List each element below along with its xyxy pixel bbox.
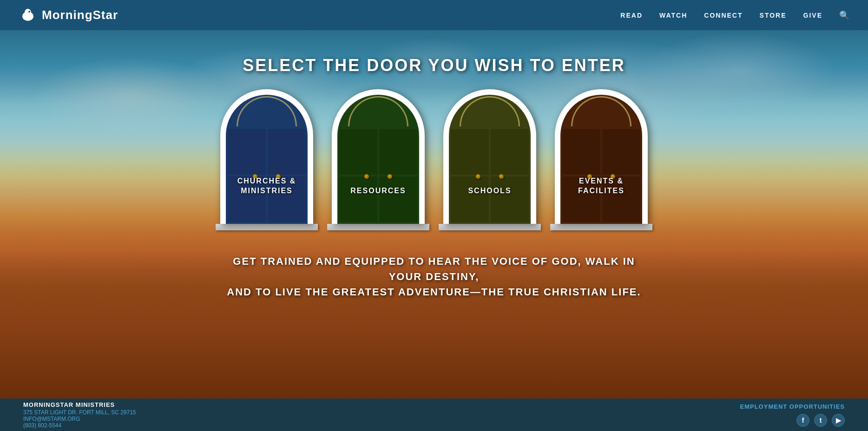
footer-email[interactable]: INFO@MSTARM.ORG (23, 416, 136, 422)
door-knobs-resources (337, 174, 419, 179)
door-events[interactable]: EVENTS & FACILITES (550, 89, 652, 230)
footer-left: MORNINGSTAR MINISTRIES 375 STAR LIGHT DR… (23, 401, 136, 429)
logo-area[interactable]: MorningStar (19, 6, 118, 25)
door-panel (228, 129, 266, 175)
door-arch-resources: RESOURCES (332, 89, 425, 224)
door-knob (499, 174, 504, 179)
nav-give[interactable]: GIVE (803, 12, 822, 19)
youtube-icon[interactable]: ▶ (832, 414, 845, 427)
door-knob (388, 174, 392, 179)
door-base-events (550, 224, 652, 230)
door-churches[interactable]: CHURCHES & MINISTRIES (216, 89, 318, 230)
search-icon[interactable]: 🔍 (839, 10, 849, 20)
door-knobs-schools (449, 174, 531, 179)
logo-text: MorningStar (42, 8, 118, 22)
fanlight-inner-resources (348, 96, 408, 126)
door-panel (379, 176, 417, 222)
door-schools[interactable]: SCHOOLS (439, 89, 541, 230)
doors-area: CHURCHES & MINISTRIES (216, 89, 652, 230)
page-heading: SELECT THE DOOR YOU WISH TO ENTER (243, 56, 625, 75)
nav-watch[interactable]: WATCH (659, 12, 687, 19)
door-arch-schools: SCHOOLS (443, 89, 536, 224)
door-label-schools: SCHOOLS (443, 186, 536, 196)
door-fanlight-events (560, 95, 642, 127)
footer-org-name: MORNINGSTAR MINISTRIES (23, 401, 136, 408)
door-base-churches (216, 224, 318, 230)
employment-link[interactable]: EMPLOYMENT OPPORTUNITIES (740, 403, 845, 410)
nav-read[interactable]: READ (620, 12, 643, 19)
footer-address: 375 STAR LIGHT DR. FORT MILL, SC 29715 (23, 409, 136, 416)
door-fanlight-churches (226, 95, 308, 127)
footer-phone: (803) 802-5544 (23, 422, 136, 429)
door-inner-events (560, 95, 642, 224)
navigation: READ WATCH CONNECT STORE GIVE 🔍 (620, 10, 849, 20)
door-resources[interactable]: RESOURCES (327, 89, 429, 230)
door-knob (476, 174, 480, 179)
door-inner-schools (449, 95, 531, 224)
door-knob (364, 174, 369, 179)
door-panel (451, 176, 489, 222)
fanlight-inner-churches (237, 96, 297, 126)
door-inner-churches (226, 95, 308, 224)
door-label-resources: RESOURCES (332, 186, 425, 196)
door-arch-churches: CHURCHES & MINISTRIES (220, 89, 313, 224)
tagline: GET TRAINED AND EQUIPPED TO HEAR THE VOI… (225, 254, 643, 300)
door-base-resources (327, 224, 429, 230)
facebook-icon[interactable]: f (796, 414, 809, 427)
door-panel (602, 129, 640, 175)
main-content: SELECT THE DOOR YOU WISH TO ENTER (0, 30, 868, 398)
fanlight-inner-events (571, 96, 631, 126)
door-label-churches: CHURCHES & MINISTRIES (220, 176, 313, 196)
door-panel (562, 129, 600, 175)
door-panel (379, 129, 417, 175)
door-panel (268, 129, 306, 175)
door-fanlight-resources (337, 95, 419, 127)
header: MorningStar READ WATCH CONNECT STORE GIV… (0, 0, 868, 30)
nav-connect[interactable]: CONNECT (704, 12, 743, 19)
footer: MORNINGSTAR MINISTRIES 375 STAR LIGHT DR… (0, 398, 868, 431)
door-fanlight-schools (449, 95, 531, 127)
tagline-line1: GET TRAINED AND EQUIPPED TO HEAR THE VOI… (225, 254, 643, 284)
door-panel (491, 129, 529, 175)
tagline-line2: AND TO LIVE THE GREATEST ADVENTURE—THE T… (225, 284, 643, 300)
footer-right: EMPLOYMENT OPPORTUNITIES f t ▶ (740, 403, 845, 427)
door-arch-events: EVENTS & FACILITES (555, 89, 648, 224)
door-label-events: EVENTS & FACILITES (555, 176, 648, 196)
door-base-schools (439, 224, 541, 230)
door-panel (339, 176, 377, 222)
nav-store[interactable]: STORE (760, 12, 787, 19)
social-icons: f t ▶ (796, 414, 845, 427)
door-panel (451, 129, 489, 175)
twitter-icon[interactable]: t (814, 414, 827, 427)
fanlight-inner-schools (460, 96, 520, 126)
door-panel (491, 176, 529, 222)
morningstar-logo-icon (19, 6, 37, 25)
door-inner-resources (337, 95, 419, 224)
door-panel (339, 129, 377, 175)
